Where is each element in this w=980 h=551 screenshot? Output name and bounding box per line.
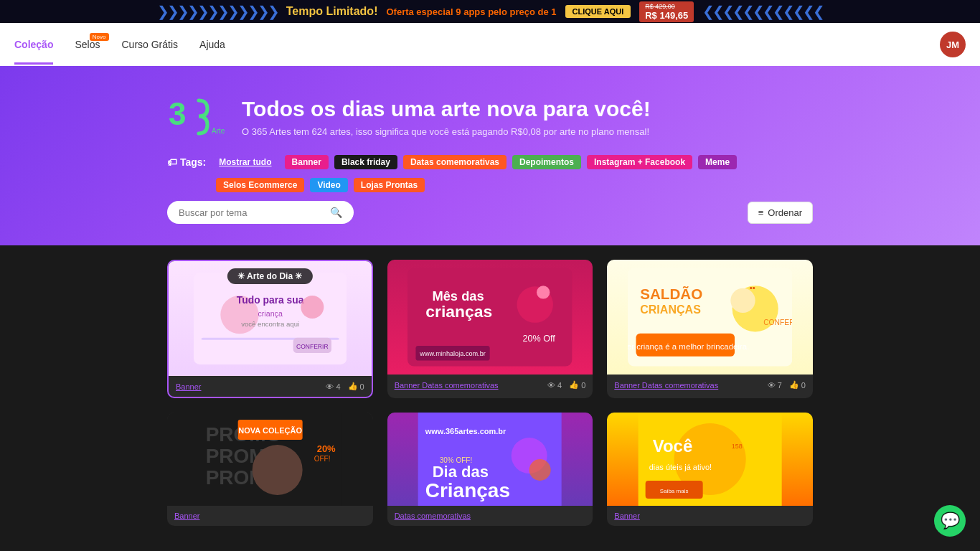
- tag-black-friday[interactable]: Black friday: [334, 155, 397, 169]
- card-1[interactable]: Tudo para sua criança você encontra aqui…: [167, 260, 373, 398]
- card-2-views: 👁 4: [547, 381, 562, 390]
- card-5-footer: Datas comemorativas: [387, 506, 593, 526]
- order-button[interactable]: ≡ Ordenar: [748, 202, 813, 224]
- top-banner: ❯❯❯❯❯❯❯❯❯❯❯❯ Tempo Limitado! Oferta espe…: [0, 0, 980, 23]
- cards-grid: Tudo para sua criança você encontra aqui…: [167, 260, 813, 526]
- nav-item-ajuda[interactable]: Ajuda: [199, 39, 225, 50]
- nav-avatar[interactable]: JM: [940, 32, 966, 57]
- card-1-label[interactable]: Banner: [176, 382, 201, 391]
- card-5[interactable]: www.365artes.com.br 30% OFF! Dia das Cri…: [387, 413, 593, 526]
- svg-text:dias úteis já ativo!: dias úteis já ativo!: [649, 463, 712, 471]
- svg-text:••: ••: [750, 283, 755, 292]
- banner-arrows-left: ❯❯❯❯❯❯❯❯❯❯❯❯: [157, 3, 278, 20]
- card-2-likes: 👍 0: [569, 380, 585, 390]
- card-3[interactable]: SALDÃO CRIANÇAS •• Ser criança é a melho…: [607, 260, 813, 398]
- arte-badge: ✳ Arte do Dia ✳: [227, 268, 312, 284]
- card-4[interactable]: PROMO PROMO PROMO NOVA COLEÇÃO 20% OFF! …: [167, 413, 373, 526]
- like-icon: 👍: [348, 382, 358, 391]
- svg-text:20%: 20%: [316, 443, 335, 454]
- card-4-footer: Banner: [167, 506, 373, 526]
- card-4-image: PROMO PROMO PROMO NOVA COLEÇÃO 20% OFF!: [167, 413, 373, 506]
- svg-point-43: [529, 459, 551, 481]
- nav-item-selos[interactable]: Selos Novo: [75, 39, 100, 50]
- svg-text:crianças: crianças: [426, 302, 493, 321]
- chatbot-bubble[interactable]: 💬: [934, 505, 966, 537]
- card-3-likes: 👍 0: [789, 380, 806, 390]
- like-icon-3: 👍: [789, 380, 799, 390]
- order-icon: ≡: [758, 207, 764, 218]
- nav-item-colecao[interactable]: Coleção: [14, 39, 53, 50]
- like-icon-2: 👍: [569, 380, 579, 390]
- tags-row-2: Selos Ecommerce Video Lojas Prontas: [167, 178, 813, 192]
- logo: 3 Artes: [167, 95, 225, 138]
- search-box[interactable]: 🔍: [167, 201, 354, 224]
- hero-title: Todos os dias uma arte nova para você!: [242, 96, 651, 122]
- svg-text:Artes: Artes: [212, 127, 225, 135]
- eye-icon-3: 👁: [768, 381, 776, 390]
- tag-banner[interactable]: Banner: [285, 155, 329, 169]
- card-2-footer: Banner Datas comemorativas 👁 4 👍 0: [387, 375, 593, 395]
- tag-meme[interactable]: Meme: [698, 155, 737, 169]
- tag-depoimentos[interactable]: Depoimentos: [512, 155, 581, 169]
- card-3-views: 👁 7: [768, 381, 782, 390]
- tag-mostrar[interactable]: Mostrar tudo: [212, 155, 278, 169]
- svg-text:você encontra aqui: você encontra aqui: [241, 320, 299, 328]
- banner-offer-text: Oferta especial 9 apps pelo preço de 1: [386, 6, 556, 17]
- svg-text:Mês das: Mês das: [433, 288, 484, 303]
- card-2-label[interactable]: Banner Datas comemorativas: [395, 381, 499, 390]
- card-1-views: 👁 4: [326, 382, 340, 391]
- card-4-art: PROMO PROMO PROMO NOVA COLEÇÃO 20% OFF!: [167, 413, 373, 506]
- banner-price-badge: R$ 429,00 R$ 149,65: [639, 1, 694, 22]
- banner-arrows-right: ❮❮❮❮❮❮❮❮❮❮❮❮: [702, 3, 823, 20]
- search-row: 🔍 ≡ Ordenar: [167, 201, 813, 224]
- card-6-label[interactable]: Banner: [614, 512, 639, 520]
- tag-lojas[interactable]: Lojas Prontas: [354, 178, 425, 192]
- card-3-label[interactable]: Banner Datas comemorativas: [614, 381, 718, 390]
- card-2[interactable]: Mês das crianças 20% Off www.minhaloja.c…: [387, 260, 593, 398]
- search-icon: 🔍: [330, 207, 342, 218]
- svg-text:SALDÃO: SALDÃO: [640, 286, 702, 302]
- content-area: Tudo para sua criança você encontra aqui…: [0, 245, 980, 540]
- tag-video[interactable]: Video: [310, 178, 347, 192]
- hero-section: 3 Artes Todos os dias uma arte nova para…: [0, 66, 980, 245]
- svg-text:OFF!: OFF!: [314, 455, 330, 463]
- tag-selos[interactable]: Selos Ecommerce: [216, 178, 304, 192]
- chat-icon: 💬: [941, 512, 960, 530]
- eye-icon-2: 👁: [547, 381, 555, 390]
- eye-icon: 👁: [326, 382, 334, 391]
- svg-text:3: 3: [169, 96, 186, 131]
- svg-text:criança: criança: [258, 309, 282, 318]
- card-2-image: Mês das crianças 20% Off www.minhaloja.c…: [387, 260, 593, 375]
- svg-point-15: [537, 286, 550, 298]
- card-1-footer: Banner 👁 4 👍 0: [169, 376, 372, 397]
- card-5-art: www.365artes.com.br 30% OFF! Dia das Cri…: [387, 413, 593, 506]
- svg-text:NOVA COLEÇÃO: NOVA COLEÇÃO: [238, 426, 302, 435]
- card-6-image: Você dias úteis já ativo! Saiba mais 158: [607, 413, 813, 506]
- card-1-stats: 👁 4 👍 0: [326, 382, 364, 391]
- svg-text:Você: Você: [653, 436, 693, 456]
- svg-text:Ser criança é a melhor brincad: Ser criança é a melhor brincadeira.: [628, 342, 749, 351]
- card-6-art: Você dias úteis já ativo! Saiba mais 158: [607, 413, 813, 506]
- svg-point-34: [252, 445, 302, 495]
- svg-text:Saiba mais: Saiba mais: [660, 488, 689, 494]
- svg-text:158: 158: [732, 443, 743, 450]
- tags-row: 🏷 Tags: Mostrar tudo Banner Black friday…: [167, 155, 813, 169]
- nav-item-curso[interactable]: Curso Grátis: [122, 39, 179, 50]
- card-6-footer: Banner: [607, 506, 813, 526]
- svg-text:CONFERIR: CONFERIR: [296, 343, 328, 350]
- card-1-likes: 👍 0: [348, 382, 364, 391]
- search-input[interactable]: [179, 207, 324, 218]
- svg-text:www.minhaloja.com.br: www.minhaloja.com.br: [420, 350, 486, 357]
- card-6[interactable]: Você dias úteis já ativo! Saiba mais 158…: [607, 413, 813, 526]
- svg-point-8: [301, 296, 324, 319]
- svg-text:Crianças: Crianças: [425, 479, 510, 501]
- card-5-label[interactable]: Datas comemorativas: [395, 512, 471, 520]
- tag-datas[interactable]: Datas comemorativas: [403, 155, 507, 169]
- card-4-label[interactable]: Banner: [174, 512, 199, 520]
- tag-instagram-facebook[interactable]: Instagram + Facebook: [587, 155, 692, 169]
- card-5-image: www.365artes.com.br 30% OFF! Dia das Cri…: [387, 413, 593, 506]
- svg-text:www.365artes.com.br: www.365artes.com.br: [425, 427, 507, 435]
- card-2-stats: 👁 4 👍 0: [547, 380, 585, 390]
- banner-cta-button[interactable]: CLIQUE AQUI: [565, 5, 631, 18]
- card-3-image: SALDÃO CRIANÇAS •• Ser criança é a melho…: [607, 260, 813, 375]
